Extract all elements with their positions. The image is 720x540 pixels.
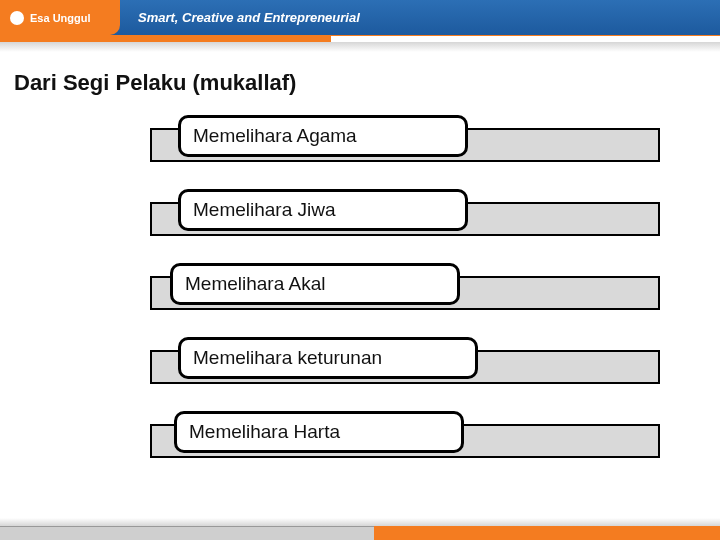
item-box: Memelihara Agama — [178, 115, 468, 157]
header-bar: Esa Unggul Smart, Creative and Entrepren… — [0, 0, 720, 36]
logo-icon — [10, 11, 24, 25]
header-tagline: Smart, Creative and Entrepreneurial — [138, 10, 360, 25]
item-label: Memelihara Agama — [193, 125, 357, 147]
footer-grey-strip — [0, 526, 374, 540]
item-label: Memelihara keturunan — [193, 347, 382, 369]
item-box: Memelihara keturunan — [178, 337, 478, 379]
list-item: Memelihara Akal — [60, 262, 660, 316]
footer-shadow — [0, 518, 720, 526]
list-item: Memelihara Agama — [60, 114, 660, 168]
list-area: Memelihara Agama Memelihara Jiwa Memelih… — [0, 114, 720, 464]
header-shadow — [0, 42, 720, 52]
list-item: Memelihara Jiwa — [60, 188, 660, 242]
list-item: Memelihara Harta — [60, 410, 660, 464]
item-label: Memelihara Jiwa — [193, 199, 336, 221]
item-box: Memelihara Akal — [170, 263, 460, 305]
footer-bar — [0, 526, 720, 540]
list-item: Memelihara keturunan — [60, 336, 660, 390]
footer-orange-strip — [374, 526, 720, 540]
page-title: Dari Segi Pelaku (mukallaf) — [14, 70, 720, 96]
item-label: Memelihara Akal — [185, 273, 325, 295]
brand-name: Esa Unggul — [30, 12, 91, 24]
item-box: Memelihara Harta — [174, 411, 464, 453]
brand-logo: Esa Unggul — [0, 0, 120, 35]
item-box: Memelihara Jiwa — [178, 189, 468, 231]
footer — [0, 518, 720, 540]
item-label: Memelihara Harta — [189, 421, 340, 443]
